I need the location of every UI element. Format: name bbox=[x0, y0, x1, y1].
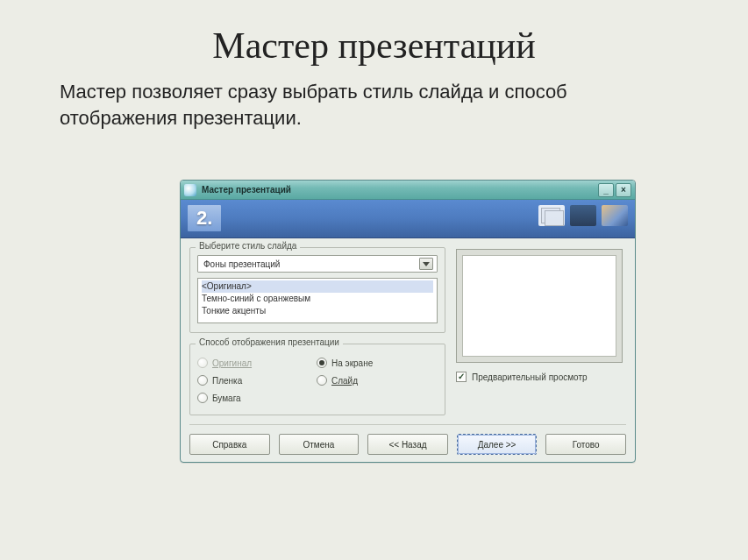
button-row: Справка Отмена << Назад Далее >> Готово bbox=[189, 424, 626, 455]
finish-button[interactable]: Готово bbox=[545, 434, 626, 455]
radio-icon bbox=[317, 358, 327, 368]
help-button[interactable]: Справка bbox=[189, 434, 270, 455]
list-item[interactable]: Темно-синий с оранжевым bbox=[202, 293, 433, 305]
banner-decor bbox=[538, 205, 628, 226]
display-mode-group: Способ отображения презентации Оригинал … bbox=[189, 344, 445, 415]
wizard-banner: 2. bbox=[181, 200, 635, 238]
cancel-button[interactable]: Отмена bbox=[279, 434, 360, 455]
radio-icon bbox=[197, 375, 208, 386]
picture-icon bbox=[602, 205, 628, 226]
next-button[interactable]: Далее >> bbox=[457, 434, 538, 455]
radio-slide[interactable]: Слайд bbox=[317, 372, 420, 388]
style-group-legend: Выберите стиль слайда bbox=[196, 241, 300, 251]
style-group: Выберите стиль слайда Фоны презентаций <… bbox=[189, 247, 445, 333]
radio-label: Бумага bbox=[212, 393, 241, 403]
titlebar: Мастер презентаций _ × bbox=[181, 181, 635, 200]
check-icon: ✓ bbox=[456, 372, 467, 382]
window-title: Мастер презентаций bbox=[202, 185, 596, 195]
list-item[interactable]: <Оригинал> bbox=[202, 280, 433, 293]
radio-label: Слайд bbox=[331, 376, 358, 386]
chevron-down-icon bbox=[419, 258, 433, 270]
preview-area bbox=[456, 249, 623, 363]
back-button[interactable]: << Назад bbox=[367, 434, 448, 455]
radio-screen[interactable]: На экране bbox=[317, 355, 420, 371]
radio-film[interactable]: Пленка bbox=[197, 372, 301, 388]
radio-icon bbox=[197, 393, 208, 403]
slide-body: Мастер позволяет сразу выбрать стиль сла… bbox=[60, 79, 688, 131]
preview-slide bbox=[462, 255, 616, 357]
list-item[interactable]: Тонкие акценты bbox=[202, 305, 433, 317]
radio-label: Пленка bbox=[212, 376, 242, 386]
radio-icon bbox=[197, 358, 208, 368]
minimize-button[interactable]: _ bbox=[598, 183, 614, 197]
background-combo-value: Фоны презентаций bbox=[203, 259, 280, 269]
radio-label: Оригинал bbox=[212, 358, 252, 368]
slide-title: Мастер презентаций bbox=[0, 25, 748, 67]
app-icon bbox=[184, 184, 196, 196]
background-listbox[interactable]: <Оригинал> Темно-синий с оранжевым Тонки… bbox=[197, 278, 438, 323]
pages-icon bbox=[538, 205, 565, 226]
darkslide-icon bbox=[570, 205, 596, 226]
wizard-window: Мастер презентаций _ × 2. Выберите стиль… bbox=[180, 180, 636, 463]
preview-checkbox[interactable]: ✓ Предварительный просмотр bbox=[456, 372, 623, 382]
background-combo[interactable]: Фоны презентаций bbox=[197, 255, 438, 273]
close-button[interactable]: × bbox=[616, 183, 631, 197]
wizard-step-number: 2. bbox=[188, 205, 221, 231]
preview-checkbox-label: Предварительный просмотр bbox=[472, 372, 588, 382]
radio-original: Оригинал bbox=[197, 355, 301, 371]
radio-label: На экране bbox=[331, 358, 373, 368]
radio-icon bbox=[317, 375, 327, 386]
radio-paper[interactable]: Бумага bbox=[197, 390, 301, 406]
display-mode-legend: Способ отображения презентации bbox=[196, 337, 343, 347]
